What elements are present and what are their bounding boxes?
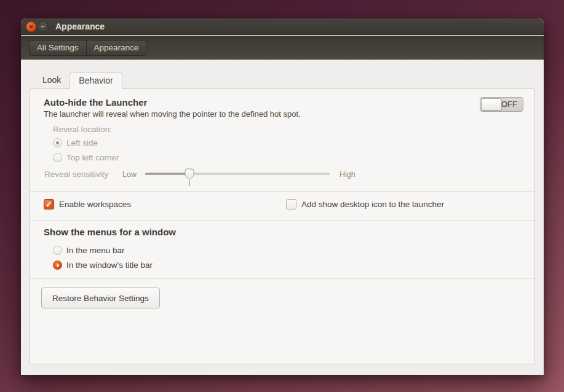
radio-left-side-icon[interactable]: [53, 138, 62, 147]
tab-look[interactable]: Look: [34, 73, 70, 89]
breadcrumb-toolbar: All Settings Appearance: [21, 36, 544, 60]
tab-behavior[interactable]: Behavior: [70, 73, 122, 90]
appearance-window: ✕ – Appearance All Settings Appearance L…: [21, 18, 544, 375]
breadcrumb-appearance[interactable]: Appearance: [86, 40, 147, 56]
autohide-toggle-state: OFF: [501, 100, 517, 109]
menus-heading: Show the menus for a window: [44, 227, 176, 237]
menus-option-title-bar-label: In the window's title bar: [66, 261, 153, 270]
sensitivity-slider[interactable]: [145, 173, 330, 175]
slider-tick-mark: [189, 181, 190, 186]
reveal-option-top-left-corner[interactable]: Top left corner: [53, 153, 119, 162]
reveal-option-left-side[interactable]: Left side: [53, 138, 119, 147]
menus-option-menu-bar[interactable]: In the menu bar: [53, 246, 125, 255]
show-desktop-icon-checkbox[interactable]: [286, 199, 296, 210]
radio-top-left-corner-icon[interactable]: [53, 153, 62, 162]
titlebar[interactable]: ✕ – Appearance: [21, 18, 544, 35]
menus-option-menu-bar-label: In the menu bar: [66, 246, 125, 255]
minimize-icon[interactable]: –: [38, 22, 48, 32]
close-icon[interactable]: ✕: [26, 22, 36, 32]
enable-workspaces-checkbox[interactable]: ✓: [44, 199, 54, 210]
show-desktop-icon-label: Add show desktop icon to the launcher: [301, 200, 444, 209]
breadcrumb: All Settings Appearance: [29, 40, 146, 56]
reveal-option-top-left-corner-label: Top left corner: [66, 153, 119, 162]
slider-high-label: High: [340, 170, 355, 179]
autohide-description: The launcher will reveal when moving the…: [44, 109, 301, 119]
slider-low-label: Low: [122, 170, 137, 179]
show-desktop-icon-row[interactable]: Add show desktop icon to the launcher: [286, 199, 444, 210]
breadcrumb-all-settings[interactable]: All Settings: [29, 40, 86, 56]
behavior-panel: Auto-hide the Launcher The launcher will…: [30, 88, 535, 364]
autohide-toggle-knob[interactable]: [481, 98, 502, 111]
enable-workspaces-label: Enable workspaces: [59, 200, 131, 209]
workspaces-section: ✓ Enable workspaces Add show desktop ico…: [30, 192, 534, 220]
autohide-title: Auto-hide the Launcher: [44, 97, 301, 108]
desktop-background: ✕ – Appearance All Settings Appearance L…: [0, 0, 564, 392]
autohide-section: Auto-hide the Launcher The launcher will…: [30, 89, 534, 191]
sensitivity-slider-fill: [145, 173, 189, 175]
radio-title-bar-icon[interactable]: [53, 261, 62, 270]
restore-section: Restore Behavior Settings: [30, 278, 534, 365]
radio-menu-bar-icon[interactable]: [53, 246, 62, 255]
menus-option-title-bar[interactable]: In the window's title bar: [53, 261, 153, 270]
reveal-sensitivity-label: Reveal sensitivity: [44, 170, 108, 179]
menus-section: Show the menus for a window In the menu …: [30, 221, 534, 278]
content-area: Look Behavior Auto-hide the Launcher The…: [21, 60, 544, 375]
restore-behavior-settings-button[interactable]: Restore Behavior Settings: [41, 288, 160, 308]
window-title: Appearance: [55, 22, 105, 31]
tab-bar: Look Behavior: [34, 73, 122, 89]
enable-workspaces-row[interactable]: ✓ Enable workspaces: [44, 199, 131, 210]
reveal-location-label: Reveal location:: [53, 125, 119, 134]
reveal-option-left-side-label: Left side: [66, 138, 98, 147]
autohide-toggle[interactable]: OFF: [480, 97, 523, 112]
